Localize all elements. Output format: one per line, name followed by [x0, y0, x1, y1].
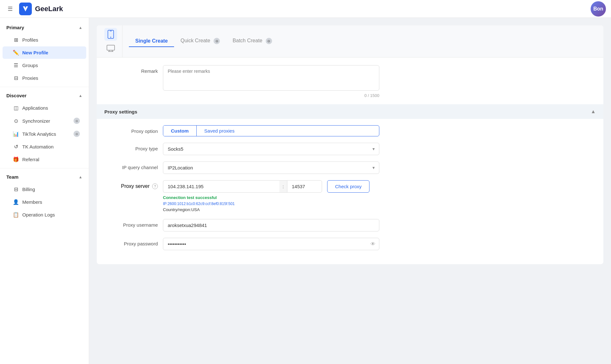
remark-input[interactable]: [163, 65, 379, 91]
ip-query-row: IP query channel IP2Location IPinfo MaxM…: [107, 161, 593, 174]
proxy-option-label: Proxy option: [107, 125, 158, 134]
synchronizer-badge: ⊖: [74, 118, 80, 124]
tk-automation-icon: ↺: [13, 144, 19, 150]
sidebar-section-team-label: Team: [6, 174, 18, 180]
proxy-success-text: Connection test successful: [163, 195, 379, 201]
proxy-country-text: Country/region:USA: [163, 207, 379, 213]
proxy-username-label: Proxy username: [107, 219, 158, 228]
proxy-ip-text: IP:2600:1012:b1c0:62c9:ccf:8ef0:815f:501: [163, 201, 379, 207]
sidebar-item-referral-label: Referral: [22, 157, 39, 162]
proxy-result: Connection test successful IP:2600:1012:…: [163, 195, 379, 213]
proxy-host-input[interactable]: [163, 180, 279, 193]
topbar: ☰ GeeLark Bon: [0, 0, 611, 18]
proxy-password-row: Proxy password 👁: [107, 238, 593, 250]
tiktok-analytics-badge: ⊖: [74, 131, 80, 137]
proxy-username-input[interactable]: [163, 219, 379, 231]
proxy-username-control: [163, 219, 379, 231]
form-content: Remark 0 / 1500 Proxy settings ▲ Proxy o…: [97, 58, 603, 264]
app-name: GeeLark: [35, 5, 63, 13]
proxy-option-group: Custom Saved proxies: [163, 125, 379, 136]
remark-control: 0 / 1500: [163, 65, 379, 98]
sidebar-item-synchronizer[interactable]: ⊙ Synchronizer ⊖: [3, 114, 86, 127]
proxy-password-input-wrap: 👁: [163, 238, 379, 250]
sidebar-section-discover-label: Discover: [6, 93, 26, 98]
sidebar-item-tiktok-analytics-label: TikTok Analytics: [22, 131, 56, 137]
sidebar-toggle-button[interactable]: ☰: [5, 4, 15, 14]
batch-create-badge: ⊖: [266, 38, 272, 44]
sidebar: Primary ▲ ⊞ Profiles ✏️ New Profile ☰ Gr…: [0, 18, 89, 364]
device-icons: [104, 25, 123, 57]
password-toggle-icon[interactable]: 👁: [370, 241, 376, 247]
proxies-icon: ⊟: [13, 75, 19, 81]
proxy-server-help-icon[interactable]: ?: [152, 183, 158, 189]
proxy-server-inputs: :: [163, 180, 322, 193]
sidebar-section-primary-label: Primary: [6, 25, 24, 30]
sidebar-item-profiles-label: Profiles: [22, 37, 38, 43]
sidebar-item-referral[interactable]: 🎁 Referral: [3, 153, 86, 166]
groups-icon: ☰: [13, 62, 19, 68]
proxy-settings-section-header: Proxy settings ▲: [97, 104, 603, 119]
proxy-username-row: Proxy username: [107, 219, 593, 231]
sidebar-item-applications[interactable]: ◫ Applications: [3, 102, 86, 114]
sidebar-item-new-profile[interactable]: ✏️ New Profile: [3, 46, 86, 59]
proxy-port-separator: :: [279, 180, 287, 193]
proxy-server-label-wrap: Proxy server ?: [107, 180, 158, 189]
sidebar-item-groups-label: Groups: [22, 63, 38, 68]
desktop-device-button[interactable]: [104, 42, 117, 55]
sidebar-item-tk-automation[interactable]: ↺ TK Automation: [3, 141, 86, 153]
tab-quick-create[interactable]: Quick Create ⊖: [174, 35, 226, 48]
applications-icon: ◫: [13, 105, 19, 111]
sidebar-item-applications-label: Applications: [22, 105, 48, 111]
proxy-port-input[interactable]: [287, 180, 322, 193]
proxy-server-control: : Check proxy Connection test successful…: [163, 180, 379, 213]
svg-point-1: [110, 37, 111, 38]
synchronizer-icon: ⊙: [13, 118, 19, 124]
remark-label: Remark: [107, 65, 158, 74]
tab-batch-create[interactable]: Batch Create ⊖: [226, 35, 278, 48]
app-logo: GeeLark: [19, 3, 63, 15]
proxy-saved-button[interactable]: Saved proxies: [197, 126, 242, 136]
proxy-type-row: Proxy type Socks5 HTTP HTTPS SOCKS4 ▼: [107, 143, 593, 155]
sidebar-item-groups[interactable]: ☰ Groups: [3, 59, 86, 72]
tabs-row: Single Create Quick Create ⊖ Batch Creat…: [97, 25, 603, 58]
remark-row: Remark 0 / 1500: [107, 65, 593, 98]
proxy-password-input[interactable]: [163, 238, 379, 250]
sidebar-item-operation-logs[interactable]: 📋 Operation Logs: [3, 209, 86, 221]
tiktok-analytics-icon: 📊: [13, 131, 19, 137]
proxy-custom-button[interactable]: Custom: [163, 126, 197, 136]
sidebar-item-profiles[interactable]: ⊞ Profiles: [3, 34, 86, 46]
sidebar-section-team[interactable]: Team ▲: [0, 171, 89, 183]
proxy-server-row: Proxy server ? : Check proxy: [107, 180, 593, 213]
svg-rect-3: [107, 45, 115, 50]
proxy-password-label: Proxy password: [107, 238, 158, 246]
mobile-device-button[interactable]: [104, 28, 117, 41]
members-icon: 👤: [13, 199, 19, 205]
chevron-up-icon-discover: ▲: [79, 93, 82, 98]
sidebar-item-operation-logs-label: Operation Logs: [22, 212, 55, 217]
proxy-type-control: Socks5 HTTP HTTPS SOCKS4 ▼: [163, 143, 379, 155]
chevron-up-icon: ▲: [79, 25, 82, 30]
user-avatar[interactable]: Bon: [591, 1, 606, 17]
sidebar-item-members[interactable]: 👤 Members: [3, 196, 86, 208]
proxy-type-select[interactable]: Socks5 HTTP HTTPS SOCKS4: [163, 143, 379, 155]
remark-char-count: 0 / 1500: [163, 93, 379, 98]
tab-single-create[interactable]: Single Create: [129, 36, 174, 47]
sidebar-item-proxies[interactable]: ⊟ Proxies: [3, 72, 86, 84]
referral-icon: 🎁: [13, 156, 19, 162]
check-proxy-button[interactable]: Check proxy: [327, 180, 369, 193]
section-collapse-button[interactable]: ▲: [591, 109, 596, 114]
ip-query-select[interactable]: IP2Location IPinfo MaxMind: [163, 161, 379, 174]
main-content: Single Create Quick Create ⊖ Batch Creat…: [89, 18, 611, 364]
billing-icon: ⊟: [13, 186, 19, 192]
proxy-option-row: Proxy option Custom Saved proxies: [107, 125, 593, 136]
sidebar-section-primary[interactable]: Primary ▲: [0, 22, 89, 33]
ip-query-select-wrap: IP2Location IPinfo MaxMind ▼: [163, 161, 379, 174]
proxy-server-label: Proxy server: [121, 183, 150, 189]
profiles-icon: ⊞: [13, 37, 19, 43]
sidebar-item-tiktok-analytics[interactable]: 📊 TikTok Analytics ⊖: [3, 127, 86, 140]
sidebar-item-proxies-label: Proxies: [22, 75, 38, 81]
sidebar-item-billing[interactable]: ⊟ Billing: [3, 183, 86, 196]
sidebar-item-synchronizer-label: Synchronizer: [22, 118, 50, 124]
sidebar-item-new-profile-label: New Profile: [22, 50, 48, 55]
sidebar-section-discover[interactable]: Discover ▲: [0, 90, 89, 101]
